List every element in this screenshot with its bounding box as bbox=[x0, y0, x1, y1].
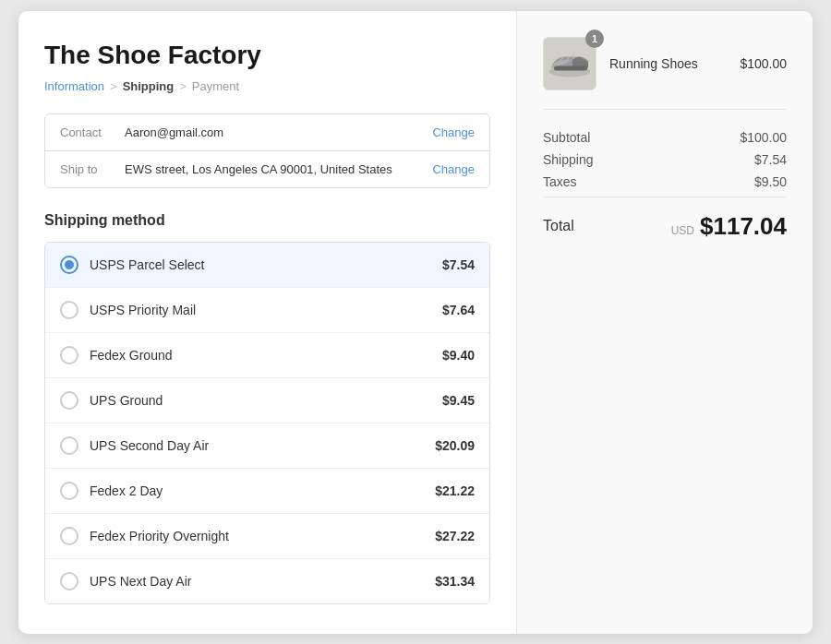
total-currency: USD bbox=[671, 224, 694, 237]
shipping-value: $7.54 bbox=[754, 152, 787, 167]
right-panel: 1 Running Shoes $100.00 Subtotal $100.00… bbox=[517, 11, 813, 634]
breadcrumb: Information > Shipping > Payment bbox=[44, 79, 490, 93]
shipping-label: Shipping bbox=[543, 152, 594, 167]
left-panel: The Shoe Factory Information > Shipping … bbox=[18, 11, 517, 634]
total-amount: $117.04 bbox=[700, 212, 787, 241]
ship-to-row: Ship to EWS street, Los Angeles CA 90001… bbox=[45, 150, 489, 187]
option-name-5: Fedex 2 Day bbox=[90, 483, 435, 498]
option-price-1: $7.64 bbox=[442, 303, 475, 317]
shipping-option-4[interactable]: UPS Second Day Air$20.09 bbox=[45, 423, 489, 468]
ship-to-change-button[interactable]: Change bbox=[432, 162, 475, 176]
shipping-option-1[interactable]: USPS Priority Mail$7.64 bbox=[45, 287, 489, 332]
contact-row: Contact Aaron@gmail.com Change bbox=[45, 114, 489, 150]
option-name-0: USPS Parcel Select bbox=[90, 257, 442, 272]
option-name-6: Fedex Priority Overnight bbox=[90, 529, 435, 543]
option-price-5: $21.22 bbox=[435, 483, 475, 498]
breadcrumb-payment: Payment bbox=[192, 79, 239, 93]
option-name-2: Fedex Ground bbox=[90, 348, 442, 363]
radio-outer-5 bbox=[60, 482, 78, 500]
option-price-6: $27.22 bbox=[435, 529, 475, 543]
radio-outer-0 bbox=[60, 256, 78, 274]
option-price-4: $20.09 bbox=[435, 438, 475, 453]
radio-outer-7 bbox=[60, 572, 78, 590]
shipping-option-5[interactable]: Fedex 2 Day$21.22 bbox=[45, 468, 489, 513]
shipping-option-6[interactable]: Fedex Priority Overnight$27.22 bbox=[45, 513, 489, 558]
radio-outer-3 bbox=[60, 391, 78, 410]
radio-outer-4 bbox=[60, 436, 78, 455]
shipping-option-0[interactable]: USPS Parcel Select$7.54 bbox=[45, 243, 489, 287]
option-price-3: $9.45 bbox=[442, 393, 475, 408]
order-item: 1 Running Shoes $100.00 bbox=[543, 37, 787, 110]
shipping-option-2[interactable]: Fedex Ground$9.40 bbox=[45, 332, 489, 377]
subtotal-value: $100.00 bbox=[740, 130, 787, 145]
shipping-option-3[interactable]: UPS Ground$9.45 bbox=[45, 377, 489, 423]
option-name-1: USPS Priority Mail bbox=[90, 303, 442, 317]
taxes-value: $9.50 bbox=[754, 174, 787, 189]
radio-outer-1 bbox=[60, 301, 78, 319]
taxes-row: Taxes $9.50 bbox=[543, 174, 787, 189]
total-amount-wrap: USD $117.04 bbox=[671, 212, 787, 241]
item-details: Running Shoes bbox=[609, 55, 740, 72]
taxes-label: Taxes bbox=[543, 174, 577, 189]
subtotal-label: Subtotal bbox=[543, 130, 590, 145]
option-price-0: $7.54 bbox=[442, 257, 475, 272]
shipping-method-title: Shipping method bbox=[44, 212, 490, 229]
radio-outer-6 bbox=[60, 527, 78, 545]
ship-to-value: EWS street, Los Angeles CA 90001, United… bbox=[125, 162, 432, 176]
item-name: Running Shoes bbox=[609, 56, 698, 71]
store-title: The Shoe Factory bbox=[44, 41, 490, 70]
contact-label: Contact bbox=[60, 125, 125, 139]
breadcrumb-sep-2: > bbox=[179, 79, 187, 93]
radio-outer-2 bbox=[60, 346, 78, 364]
total-label: Total bbox=[543, 218, 574, 234]
checkout-container: The Shoe Factory Information > Shipping … bbox=[18, 11, 813, 634]
breadcrumb-shipping: Shipping bbox=[123, 79, 175, 93]
radio-inner-0 bbox=[65, 260, 74, 269]
total-row: Total USD $117.04 bbox=[543, 197, 787, 241]
option-name-7: UPS Next Day Air bbox=[90, 574, 435, 589]
item-price: $100.00 bbox=[740, 56, 787, 71]
order-summary: Subtotal $100.00 Shipping $7.54 Taxes $9… bbox=[543, 130, 787, 241]
contact-change-button[interactable]: Change bbox=[432, 125, 475, 139]
contact-value: Aaron@gmail.com bbox=[125, 125, 432, 139]
option-name-3: UPS Ground bbox=[90, 393, 442, 408]
shipping-option-7[interactable]: UPS Next Day Air$31.34 bbox=[45, 558, 489, 603]
contact-info-box: Contact Aaron@gmail.com Change Ship to E… bbox=[44, 113, 490, 188]
shipping-methods-list: USPS Parcel Select$7.54USPS Priority Mai… bbox=[44, 242, 490, 604]
option-name-4: UPS Second Day Air bbox=[90, 438, 435, 453]
option-price-2: $9.40 bbox=[442, 348, 475, 363]
shipping-row: Shipping $7.54 bbox=[543, 152, 787, 167]
item-image-wrap: 1 bbox=[543, 37, 596, 90]
ship-to-label: Ship to bbox=[60, 162, 125, 176]
svg-rect-1 bbox=[554, 66, 587, 70]
option-price-7: $31.34 bbox=[435, 574, 475, 589]
item-quantity-badge: 1 bbox=[585, 30, 604, 48]
subtotal-row: Subtotal $100.00 bbox=[543, 130, 787, 145]
breadcrumb-sep-1: > bbox=[110, 79, 117, 93]
breadcrumb-information[interactable]: Information bbox=[44, 79, 104, 93]
